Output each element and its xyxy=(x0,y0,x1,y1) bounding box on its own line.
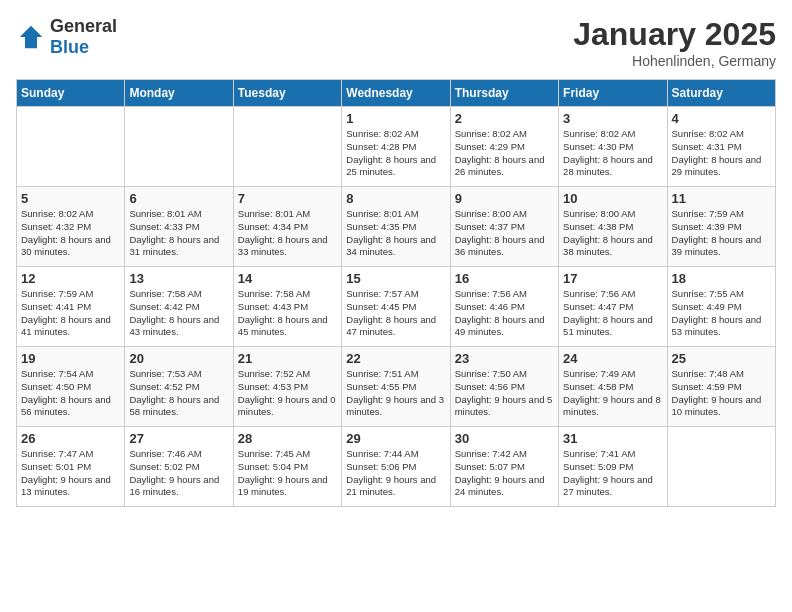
day-number: 25 xyxy=(672,351,771,366)
cell-data: Sunrise: 7:54 AM Sunset: 4:50 PM Dayligh… xyxy=(21,368,120,419)
cell-data: Sunrise: 8:01 AM Sunset: 4:34 PM Dayligh… xyxy=(238,208,337,259)
logo-icon xyxy=(16,22,46,52)
day-number: 20 xyxy=(129,351,228,366)
calendar-cell: 22Sunrise: 7:51 AM Sunset: 4:55 PM Dayli… xyxy=(342,347,450,427)
day-number: 17 xyxy=(563,271,662,286)
calendar-cell: 24Sunrise: 7:49 AM Sunset: 4:58 PM Dayli… xyxy=(559,347,667,427)
cell-data: Sunrise: 7:57 AM Sunset: 4:45 PM Dayligh… xyxy=(346,288,445,339)
calendar-cell: 11Sunrise: 7:59 AM Sunset: 4:39 PM Dayli… xyxy=(667,187,775,267)
calendar-cell xyxy=(125,107,233,187)
calendar-cell: 25Sunrise: 7:48 AM Sunset: 4:59 PM Dayli… xyxy=(667,347,775,427)
day-header-sunday: Sunday xyxy=(17,80,125,107)
calendar-cell: 8Sunrise: 8:01 AM Sunset: 4:35 PM Daylig… xyxy=(342,187,450,267)
calendar-cell: 15Sunrise: 7:57 AM Sunset: 4:45 PM Dayli… xyxy=(342,267,450,347)
calendar-cell: 13Sunrise: 7:58 AM Sunset: 4:42 PM Dayli… xyxy=(125,267,233,347)
calendar-cell: 29Sunrise: 7:44 AM Sunset: 5:06 PM Dayli… xyxy=(342,427,450,507)
cell-data: Sunrise: 7:52 AM Sunset: 4:53 PM Dayligh… xyxy=(238,368,337,419)
day-header-monday: Monday xyxy=(125,80,233,107)
day-number: 10 xyxy=(563,191,662,206)
cell-data: Sunrise: 8:02 AM Sunset: 4:29 PM Dayligh… xyxy=(455,128,554,179)
cell-data: Sunrise: 8:02 AM Sunset: 4:28 PM Dayligh… xyxy=(346,128,445,179)
calendar-week-4: 19Sunrise: 7:54 AM Sunset: 4:50 PM Dayli… xyxy=(17,347,776,427)
day-number: 24 xyxy=(563,351,662,366)
cell-data: Sunrise: 7:53 AM Sunset: 4:52 PM Dayligh… xyxy=(129,368,228,419)
cell-data: Sunrise: 7:56 AM Sunset: 4:46 PM Dayligh… xyxy=(455,288,554,339)
day-number: 11 xyxy=(672,191,771,206)
day-number: 14 xyxy=(238,271,337,286)
cell-data: Sunrise: 7:45 AM Sunset: 5:04 PM Dayligh… xyxy=(238,448,337,499)
calendar-cell: 4Sunrise: 8:02 AM Sunset: 4:31 PM Daylig… xyxy=(667,107,775,187)
cell-data: Sunrise: 7:47 AM Sunset: 5:01 PM Dayligh… xyxy=(21,448,120,499)
calendar-week-2: 5Sunrise: 8:02 AM Sunset: 4:32 PM Daylig… xyxy=(17,187,776,267)
day-number: 8 xyxy=(346,191,445,206)
cell-data: Sunrise: 7:59 AM Sunset: 4:41 PM Dayligh… xyxy=(21,288,120,339)
day-number: 3 xyxy=(563,111,662,126)
day-number: 31 xyxy=(563,431,662,446)
calendar-week-5: 26Sunrise: 7:47 AM Sunset: 5:01 PM Dayli… xyxy=(17,427,776,507)
day-header-tuesday: Tuesday xyxy=(233,80,341,107)
day-number: 6 xyxy=(129,191,228,206)
calendar-header-row: SundayMondayTuesdayWednesdayThursdayFrid… xyxy=(17,80,776,107)
day-header-saturday: Saturday xyxy=(667,80,775,107)
calendar-cell: 23Sunrise: 7:50 AM Sunset: 4:56 PM Dayli… xyxy=(450,347,558,427)
logo-blue-text: Blue xyxy=(50,37,89,57)
cell-data: Sunrise: 7:55 AM Sunset: 4:49 PM Dayligh… xyxy=(672,288,771,339)
day-number: 21 xyxy=(238,351,337,366)
calendar-cell: 6Sunrise: 8:01 AM Sunset: 4:33 PM Daylig… xyxy=(125,187,233,267)
calendar-cell: 12Sunrise: 7:59 AM Sunset: 4:41 PM Dayli… xyxy=(17,267,125,347)
cell-data: Sunrise: 8:02 AM Sunset: 4:31 PM Dayligh… xyxy=(672,128,771,179)
cell-data: Sunrise: 7:58 AM Sunset: 4:43 PM Dayligh… xyxy=(238,288,337,339)
calendar-cell: 30Sunrise: 7:42 AM Sunset: 5:07 PM Dayli… xyxy=(450,427,558,507)
cell-data: Sunrise: 8:02 AM Sunset: 4:30 PM Dayligh… xyxy=(563,128,662,179)
day-header-wednesday: Wednesday xyxy=(342,80,450,107)
calendar-cell: 5Sunrise: 8:02 AM Sunset: 4:32 PM Daylig… xyxy=(17,187,125,267)
cell-data: Sunrise: 7:49 AM Sunset: 4:58 PM Dayligh… xyxy=(563,368,662,419)
calendar-cell: 31Sunrise: 7:41 AM Sunset: 5:09 PM Dayli… xyxy=(559,427,667,507)
cell-data: Sunrise: 8:01 AM Sunset: 4:33 PM Dayligh… xyxy=(129,208,228,259)
day-number: 29 xyxy=(346,431,445,446)
calendar-cell: 17Sunrise: 7:56 AM Sunset: 4:47 PM Dayli… xyxy=(559,267,667,347)
calendar-cell: 10Sunrise: 8:00 AM Sunset: 4:38 PM Dayli… xyxy=(559,187,667,267)
cell-data: Sunrise: 7:48 AM Sunset: 4:59 PM Dayligh… xyxy=(672,368,771,419)
day-number: 7 xyxy=(238,191,337,206)
cell-data: Sunrise: 7:41 AM Sunset: 5:09 PM Dayligh… xyxy=(563,448,662,499)
calendar-cell: 3Sunrise: 8:02 AM Sunset: 4:30 PM Daylig… xyxy=(559,107,667,187)
logo-general-text: General xyxy=(50,16,117,36)
day-number: 1 xyxy=(346,111,445,126)
title-area: January 2025 Hohenlinden, Germany xyxy=(573,16,776,69)
day-number: 4 xyxy=(672,111,771,126)
calendar-cell: 9Sunrise: 8:00 AM Sunset: 4:37 PM Daylig… xyxy=(450,187,558,267)
calendar-cell: 20Sunrise: 7:53 AM Sunset: 4:52 PM Dayli… xyxy=(125,347,233,427)
cell-data: Sunrise: 7:44 AM Sunset: 5:06 PM Dayligh… xyxy=(346,448,445,499)
svg-marker-0 xyxy=(20,26,43,49)
calendar-cell: 28Sunrise: 7:45 AM Sunset: 5:04 PM Dayli… xyxy=(233,427,341,507)
calendar-table: SundayMondayTuesdayWednesdayThursdayFrid… xyxy=(16,79,776,507)
page-header: General Blue January 2025 Hohenlinden, G… xyxy=(16,16,776,69)
cell-data: Sunrise: 7:51 AM Sunset: 4:55 PM Dayligh… xyxy=(346,368,445,419)
location-text: Hohenlinden, Germany xyxy=(573,53,776,69)
day-number: 12 xyxy=(21,271,120,286)
calendar-cell: 19Sunrise: 7:54 AM Sunset: 4:50 PM Dayli… xyxy=(17,347,125,427)
day-number: 19 xyxy=(21,351,120,366)
day-number: 18 xyxy=(672,271,771,286)
month-title: January 2025 xyxy=(573,16,776,53)
calendar-cell: 1Sunrise: 8:02 AM Sunset: 4:28 PM Daylig… xyxy=(342,107,450,187)
cell-data: Sunrise: 7:50 AM Sunset: 4:56 PM Dayligh… xyxy=(455,368,554,419)
day-header-friday: Friday xyxy=(559,80,667,107)
logo: General Blue xyxy=(16,16,117,58)
cell-data: Sunrise: 8:01 AM Sunset: 4:35 PM Dayligh… xyxy=(346,208,445,259)
day-number: 23 xyxy=(455,351,554,366)
cell-data: Sunrise: 8:00 AM Sunset: 4:37 PM Dayligh… xyxy=(455,208,554,259)
cell-data: Sunrise: 7:56 AM Sunset: 4:47 PM Dayligh… xyxy=(563,288,662,339)
calendar-cell xyxy=(667,427,775,507)
day-number: 28 xyxy=(238,431,337,446)
cell-data: Sunrise: 7:42 AM Sunset: 5:07 PM Dayligh… xyxy=(455,448,554,499)
calendar-cell: 18Sunrise: 7:55 AM Sunset: 4:49 PM Dayli… xyxy=(667,267,775,347)
day-number: 9 xyxy=(455,191,554,206)
day-number: 2 xyxy=(455,111,554,126)
cell-data: Sunrise: 7:58 AM Sunset: 4:42 PM Dayligh… xyxy=(129,288,228,339)
calendar-cell: 16Sunrise: 7:56 AM Sunset: 4:46 PM Dayli… xyxy=(450,267,558,347)
day-number: 27 xyxy=(129,431,228,446)
calendar-cell: 21Sunrise: 7:52 AM Sunset: 4:53 PM Dayli… xyxy=(233,347,341,427)
day-number: 30 xyxy=(455,431,554,446)
